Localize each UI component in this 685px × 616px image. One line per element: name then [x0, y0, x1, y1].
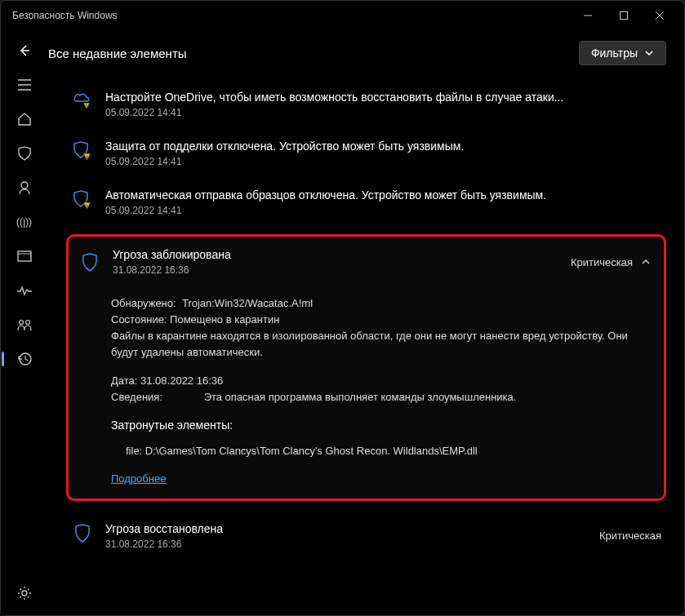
firewall-icon[interactable]: ((ן))	[7, 206, 42, 237]
item-title: Защита от подделки отключена. Устройство…	[105, 140, 661, 153]
item-date: 05.09.2022 14:41	[105, 107, 661, 118]
close-button[interactable]	[642, 2, 678, 29]
item-title: Угроза восстановлена	[105, 522, 588, 535]
filters-button[interactable]: Фильтры	[579, 41, 666, 65]
chevron-down-icon	[644, 48, 654, 58]
info-value: Эта опасная программа выполняет команды …	[204, 391, 517, 403]
item-severity: Критическая	[599, 530, 661, 542]
onedrive-warn-icon: !	[73, 92, 92, 118]
threat-title: Угроза заблокирована	[113, 248, 559, 261]
app-browser-icon[interactable]	[7, 241, 42, 272]
page-title: Все недавние элементы	[48, 47, 187, 60]
more-link[interactable]: Подробнее	[111, 472, 166, 485]
detected-label: Обнаружено:	[111, 297, 176, 309]
svg-text:((ן)): ((ן))	[16, 216, 32, 228]
family-icon[interactable]	[7, 309, 42, 340]
shield-icon	[82, 253, 98, 273]
threat-date: 31.08.2022 16:36	[113, 264, 559, 276]
settings-icon[interactable]	[7, 578, 42, 609]
page-header: Все недавние элементы Фильтры	[48, 30, 684, 76]
svg-text:!: !	[87, 204, 88, 210]
threat-card: Угроза заблокирована 31.08.2022 16:36 Кр…	[66, 234, 666, 501]
date-label: Дата:	[111, 374, 137, 387]
item-date: 31.08.2022 16:36	[105, 538, 588, 550]
hamburger-icon[interactable]	[7, 69, 42, 100]
shield-icon[interactable]	[7, 138, 42, 169]
account-icon[interactable]	[7, 172, 42, 203]
svg-point-15	[22, 591, 27, 596]
home-icon[interactable]	[7, 104, 42, 135]
affected-file: file: D:\Games\Tom Clancys\Tom Clancy's …	[111, 443, 651, 459]
detected-value: Trojan:Win32/Wacatac.A!ml	[182, 297, 313, 309]
threat-severity: Критическая	[571, 256, 633, 268]
list-item[interactable]: Угроза восстановлена 31.08.2022 16:36 Кр…	[66, 512, 666, 561]
shield-icon	[74, 524, 91, 550]
svg-text:!: !	[86, 104, 87, 109]
svg-point-13	[26, 321, 30, 325]
history-icon[interactable]	[7, 343, 42, 374]
state-value: Помещено в карантин	[170, 313, 279, 326]
list-item[interactable]: ! Защита от подделки отключена. Устройст…	[66, 130, 666, 179]
maximize-button[interactable]	[606, 2, 642, 29]
svg-text:!: !	[87, 155, 88, 161]
svg-point-12	[20, 321, 24, 325]
titlebar: Безопасность Windows	[1, 1, 684, 30]
sidebar: ((ן))	[1, 30, 48, 615]
item-title: Настройте OneDrive, чтобы иметь возможно…	[105, 91, 661, 104]
window-title: Безопасность Windows	[12, 10, 118, 21]
info-label: Сведения:	[111, 389, 201, 405]
device-perf-icon[interactable]	[7, 275, 42, 306]
minimize-button[interactable]	[570, 2, 606, 29]
item-title: Автоматическая отправка образцов отключе…	[105, 188, 661, 202]
items-list: ! Настройте OneDrive, чтобы иметь возмож…	[48, 76, 684, 615]
date-value: 31.08.2022 16:36	[140, 374, 223, 387]
item-date: 05.09.2022 14:41	[105, 205, 661, 216]
chevron-up-icon	[641, 257, 651, 267]
state-desc: Файлы в карантине находятся в изолирован…	[111, 328, 651, 361]
threat-card-header[interactable]: Угроза заблокирована 31.08.2022 16:36 Кр…	[75, 243, 657, 281]
svg-rect-1	[621, 12, 628, 20]
back-button[interactable]	[7, 35, 42, 66]
svg-point-8	[21, 182, 28, 188]
affected-title: Затронутые элементы:	[111, 417, 651, 435]
svg-rect-10	[18, 251, 31, 261]
item-date: 05.09.2022 14:41	[105, 156, 661, 167]
main-panel: Все недавние элементы Фильтры !	[48, 30, 684, 615]
app-window: Безопасность Windows	[0, 0, 685, 616]
shield-warn-icon: !	[73, 190, 92, 216]
threat-card-body: Обнаружено: Trojan:Win32/Wacatac.A!ml Со…	[75, 281, 657, 487]
shield-warn-icon: !	[73, 141, 92, 167]
filters-label: Фильтры	[591, 47, 638, 60]
list-item[interactable]: ! Настройте OneDrive, чтобы иметь возмож…	[66, 81, 666, 130]
list-item[interactable]: ! Автоматическая отправка образцов отклю…	[66, 179, 666, 228]
state-label: Состояние:	[111, 313, 167, 326]
